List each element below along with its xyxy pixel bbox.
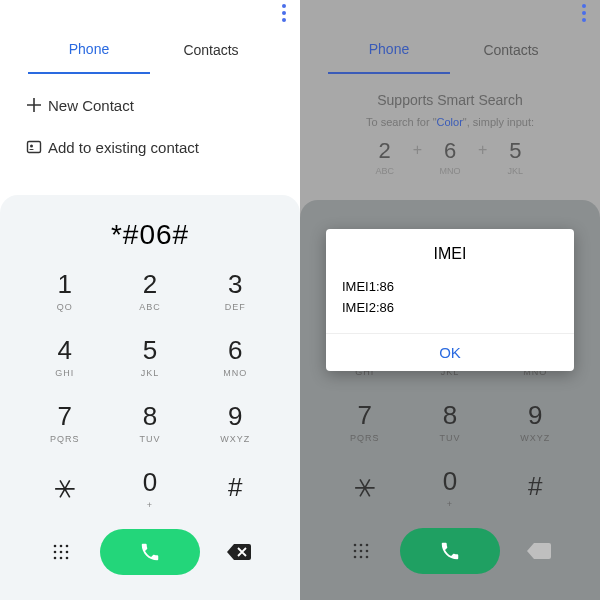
key-8[interactable]: 8TUV	[107, 389, 192, 455]
dialog-body: IMEI1:86 IMEI2:86	[326, 277, 574, 333]
svg-point-4	[66, 545, 69, 548]
key-6[interactable]: 6MNO	[193, 323, 278, 389]
svg-point-6	[60, 551, 63, 554]
key-3[interactable]: 3DEF	[193, 257, 278, 323]
contact-card-icon	[20, 139, 48, 155]
key-0[interactable]: 0+	[107, 455, 192, 521]
key-#[interactable]: #	[193, 455, 278, 521]
svg-point-9	[60, 557, 63, 560]
key-2[interactable]: 2ABC	[107, 257, 192, 323]
add-existing-label: Add to existing contact	[48, 139, 199, 156]
dialpad: 1QO2ABC3DEF4GHI5JKL6MNO7PQRS8TUV9WXYZ⚹0+…	[0, 257, 300, 521]
plus-icon	[20, 97, 48, 113]
dialpad-bottom	[0, 521, 300, 593]
call-button[interactable]	[100, 529, 200, 575]
imei1: IMEI1:86	[342, 277, 558, 298]
backspace-button[interactable]	[200, 543, 278, 561]
tabs: Phone Contacts	[0, 26, 300, 74]
screen-imei-dialog: Phone Contacts Supports Smart Search To …	[300, 0, 600, 600]
svg-point-3	[60, 545, 63, 548]
key-5[interactable]: 5JKL	[107, 323, 192, 389]
overflow-menu-icon[interactable]	[282, 11, 286, 15]
dialog-title: IMEI	[326, 245, 574, 263]
imei-dialog: IMEI IMEI1:86 IMEI2:86 OK	[326, 229, 574, 371]
svg-rect-0	[28, 142, 41, 153]
screen-dialer: Phone Contacts New Contact Add to existi…	[0, 0, 300, 600]
new-contact-label: New Contact	[48, 97, 134, 114]
number-input: *#06#	[0, 205, 300, 257]
key-⚹[interactable]: ⚹	[22, 455, 107, 521]
dialog-ok-button[interactable]: OK	[326, 333, 574, 371]
svg-point-5	[54, 551, 57, 554]
dialpad-panel: *#06# 1QO2ABC3DEF4GHI5JKL6MNO7PQRS8TUV9W…	[0, 195, 300, 600]
status-bar	[0, 0, 300, 26]
svg-point-2	[54, 545, 57, 548]
key-9[interactable]: 9WXYZ	[193, 389, 278, 455]
svg-point-10	[66, 557, 69, 560]
key-7[interactable]: 7PQRS	[22, 389, 107, 455]
key-1[interactable]: 1QO	[22, 257, 107, 323]
svg-point-8	[54, 557, 57, 560]
key-4[interactable]: 4GHI	[22, 323, 107, 389]
new-contact-row[interactable]: New Contact	[0, 84, 300, 126]
tab-contacts[interactable]: Contacts	[150, 26, 272, 74]
svg-point-1	[30, 145, 33, 148]
svg-point-7	[66, 551, 69, 554]
quick-actions: New Contact Add to existing contact	[0, 74, 300, 178]
tab-phone[interactable]: Phone	[28, 26, 150, 74]
dialog-overlay: IMEI IMEI1:86 IMEI2:86 OK	[300, 0, 600, 600]
add-existing-row[interactable]: Add to existing contact	[0, 126, 300, 168]
imei2: IMEI2:86	[342, 298, 558, 319]
more-button[interactable]	[22, 542, 100, 562]
